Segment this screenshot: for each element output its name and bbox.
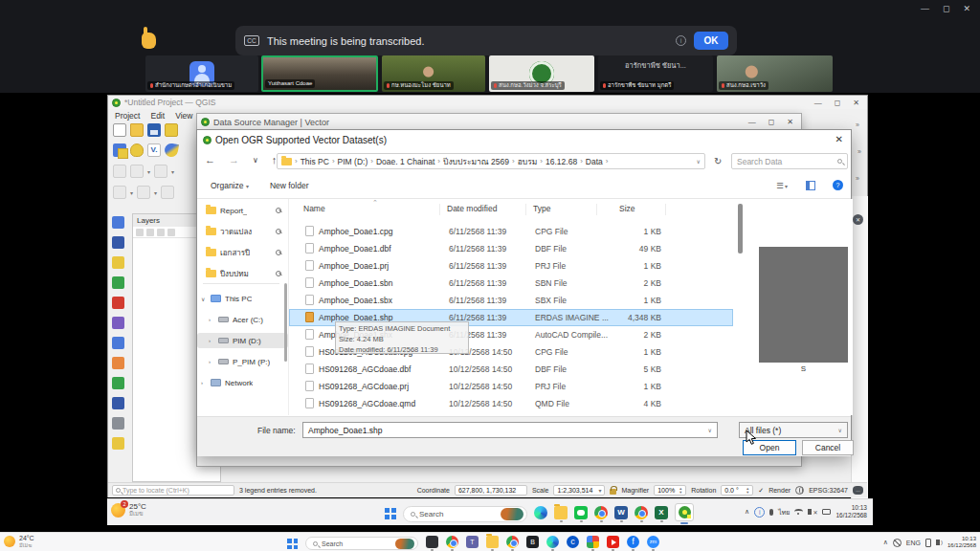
- excel-icon[interactable]: X: [655, 506, 668, 519]
- nav-network[interactable]: ›Network: [197, 375, 288, 390]
- minimize-icon[interactable]: —: [921, 4, 929, 13]
- taskbar-app-teams[interactable]: T: [466, 536, 479, 551]
- teams-icon[interactable]: T: [466, 536, 479, 548]
- column-type[interactable]: Type: [533, 204, 550, 213]
- pinned-folder[interactable]: Report_: [197, 203, 288, 218]
- pinned-folder[interactable]: เอกสารปี: [197, 245, 288, 260]
- remove-layer-icon[interactable]: [167, 229, 175, 236]
- taskbar-app-explorer[interactable]: [554, 506, 568, 522]
- chevron-right-icon[interactable]: ›: [209, 338, 214, 343]
- maximize-icon[interactable]: ◻: [768, 118, 775, 126]
- chevron-down-icon[interactable]: ∨: [708, 427, 712, 433]
- add-group-icon[interactable]: [146, 229, 154, 236]
- column-size[interactable]: Size: [619, 204, 635, 213]
- facebook-icon[interactable]: f: [627, 536, 639, 548]
- save-as-icon[interactable]: [165, 123, 178, 137]
- taskbar-app-chrome[interactable]: [506, 536, 519, 551]
- participant-tile[interactable]: กษ.หนองมะโมง ชัยนาท: [382, 55, 485, 92]
- wifi-icon[interactable]: [794, 509, 803, 515]
- organize-button[interactable]: Organize ▾: [211, 181, 249, 190]
- file-explorer-icon[interactable]: [554, 506, 568, 519]
- pinned-folder[interactable]: วาดแปลง: [197, 224, 288, 239]
- dropdown-icon[interactable]: ▾: [130, 189, 133, 196]
- qgis-toolbar-selection[interactable]: ▾ ▾: [113, 165, 174, 178]
- chrome-icon[interactable]: [594, 506, 608, 519]
- nav-this-pc[interactable]: ∨This PC: [197, 291, 288, 306]
- menu-project[interactable]: Project: [115, 111, 140, 121]
- rotation-stepper[interactable]: 0.0 °▲▼: [721, 485, 753, 496]
- phone-link-icon[interactable]: [426, 536, 438, 548]
- back-icon[interactable]: ←: [205, 154, 215, 165]
- breadcrumb-segment[interactable]: Data: [586, 157, 603, 166]
- info-icon[interactable]: i: [676, 35, 686, 46]
- taskbar-app-chrome[interactable]: [594, 506, 608, 522]
- close-icon[interactable]: ✕: [963, 4, 970, 13]
- line-icon[interactable]: [574, 506, 588, 519]
- map-tool-icon[interactable]: [112, 377, 124, 389]
- hidden-icons-icon[interactable]: ∧: [745, 508, 749, 516]
- qgis-toolbar-datasource[interactable]: V.: [113, 143, 178, 157]
- crs-globe-icon[interactable]: [795, 486, 804, 495]
- select-by-form-icon[interactable]: [154, 165, 167, 178]
- data-source-manager-icon[interactable]: [113, 143, 126, 157]
- edge-icon[interactable]: [534, 506, 547, 519]
- chevron-right-icon[interactable]: ›: [209, 317, 214, 322]
- minimize-icon[interactable]: —: [814, 99, 822, 107]
- taskbar-app-dark[interactable]: B: [526, 536, 539, 551]
- column-date[interactable]: Date modified: [447, 204, 497, 213]
- taskbar-app-youtube[interactable]: [607, 536, 619, 551]
- dialog-nav-buttons[interactable]: ← → ∨ ↑: [205, 154, 277, 165]
- search-input[interactable]: Search: [305, 537, 418, 550]
- dropdown-icon[interactable]: ▾: [147, 168, 150, 175]
- magnifier-stepper[interactable]: 100%▲▼: [654, 485, 686, 496]
- table-row-partial[interactable]: [290, 413, 732, 415]
- cancel-button[interactable]: Cancel: [802, 440, 854, 455]
- new-folder-button[interactable]: New folder: [270, 181, 309, 190]
- close-icon[interactable]: ✕: [787, 118, 793, 126]
- taskbar-app-edge[interactable]: [534, 506, 547, 522]
- save-project-icon[interactable]: [147, 123, 161, 137]
- battery-icon[interactable]: [822, 509, 831, 515]
- taskbar-app-phone-link[interactable]: [426, 536, 438, 551]
- taskbar-app-line[interactable]: [574, 506, 588, 522]
- map-tool-icon[interactable]: [112, 317, 124, 329]
- close-icon[interactable]: ✕: [835, 134, 843, 144]
- address-dropdown-icon[interactable]: ∨: [697, 158, 701, 165]
- pinned-folder[interactable]: ปีงบปทม: [197, 266, 288, 281]
- breadcrumb-segment[interactable]: PIM (D:): [338, 157, 368, 166]
- select-tool-icon[interactable]: [113, 165, 126, 178]
- move-feature-icon[interactable]: [137, 186, 150, 199]
- scale-select[interactable]: 1:2,303,514▾: [553, 485, 605, 496]
- new-geopackage-icon[interactable]: [130, 143, 144, 157]
- table-row[interactable]: Amphoe_Doae1.dbf6/11/2568 11:39DBF File4…: [290, 241, 732, 256]
- hidden-icons-icon[interactable]: ∧: [883, 539, 888, 546]
- qgis-window-controls[interactable]: — ◻ ✕: [814, 99, 867, 107]
- participant-tile-active[interactable]: Yutthasart Cdoae: [261, 55, 378, 92]
- menu-view[interactable]: View: [175, 111, 192, 121]
- edge-blue-icon[interactable]: c: [567, 536, 579, 548]
- render-checkbox[interactable]: ✓: [758, 487, 764, 495]
- map-tool-icon[interactable]: [112, 437, 124, 450]
- nav-drive-c[interactable]: ›Acer (C:): [197, 312, 288, 327]
- start-button[interactable]: [385, 508, 396, 519]
- view-mode-icon[interactable]: ☰▾: [776, 181, 789, 190]
- menu-edit[interactable]: Edit: [150, 111, 165, 121]
- breadcrumb-segment[interactable]: Doae. 1 Chainat: [376, 157, 434, 166]
- dsm-window-controls[interactable]: — ◻ ✕: [748, 118, 801, 126]
- taskbar-app-word[interactable]: W: [614, 506, 628, 522]
- file-list-header[interactable]: Name ⌃ Date modified Type Size: [288, 202, 738, 216]
- language-indicator[interactable]: ENG: [906, 540, 921, 546]
- volume-icon[interactable]: ): [936, 540, 943, 545]
- annotation-icon[interactable]: [164, 143, 179, 158]
- photos-icon[interactable]: [587, 536, 599, 548]
- map-tool-icon[interactable]: [112, 417, 124, 430]
- taskbar-app-chrome-profile[interactable]: [446, 536, 458, 551]
- taskbar-app-browser-profile[interactable]: [635, 506, 648, 522]
- map-tool-icon[interactable]: [112, 256, 124, 269]
- locator-input[interactable]: Type to locate (Ctrl+K): [112, 485, 234, 496]
- chevron-down-icon[interactable]: ∨: [201, 296, 207, 302]
- clock[interactable]: 10:1316/12/2568: [835, 504, 867, 519]
- open-project-icon[interactable]: [130, 123, 144, 137]
- participant-tile[interactable]: สนง.กษอ.วังม่วง จ.สระบุรี: [489, 55, 594, 92]
- chevron-right-icon[interactable]: ›: [201, 380, 207, 386]
